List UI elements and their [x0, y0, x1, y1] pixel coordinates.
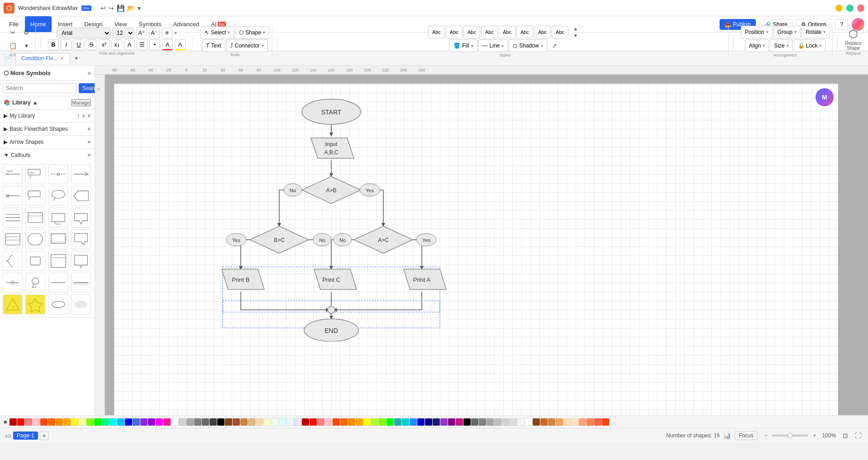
page-view-icon[interactable]: ▭	[5, 432, 11, 439]
my-library-close-btn[interactable]: ×	[87, 112, 91, 119]
color-swatch[interactable]	[571, 418, 578, 426]
shadow-btn[interactable]: ◻ Shadow ▾	[509, 39, 547, 52]
my-library-export-btn[interactable]: ↑	[77, 112, 80, 119]
align-more-btn[interactable]: ▾	[174, 30, 177, 36]
group-btn[interactable]: Group ▾	[773, 26, 801, 38]
styles-down-btn[interactable]: ▼	[569, 32, 582, 38]
basic-flowchart-header[interactable]: ▶ Basic Flowchart Shapes ×	[0, 123, 95, 135]
color-swatch[interactable]	[486, 418, 494, 426]
callout-item-18[interactable]	[25, 251, 45, 271]
select-btn[interactable]: ↖ Select ▾	[200, 26, 234, 39]
color-swatch[interactable]	[410, 418, 417, 426]
line-btn[interactable]: — Line ▾	[478, 39, 508, 52]
color-swatch[interactable]	[394, 418, 401, 426]
color-swatch[interactable]	[171, 418, 178, 426]
color-swatch[interactable]	[433, 418, 440, 426]
shapes-count-icon[interactable]: 📊	[723, 432, 731, 439]
callout-item-20[interactable]	[71, 251, 91, 271]
callout-item-19[interactable]	[48, 251, 68, 271]
copy-btn[interactable]: ⧉	[20, 26, 33, 39]
callout-item-5[interactable]	[3, 186, 23, 206]
bold-btn[interactable]: B	[48, 39, 59, 50]
color-swatch[interactable]	[40, 418, 48, 426]
callout-item-14[interactable]	[25, 229, 45, 249]
font-name-select[interactable]: Arial	[57, 28, 111, 38]
color-swatch[interactable]	[417, 418, 424, 426]
shape-btn[interactable]: ⬡ Shape ▾	[235, 26, 269, 39]
color-swatch[interactable]	[579, 418, 586, 426]
open-btn[interactable]: 📂	[127, 5, 135, 12]
underline-btn[interactable]: U	[73, 39, 84, 50]
font-shrink-btn[interactable]: A⁻	[149, 28, 160, 38]
maximize-btn[interactable]	[846, 5, 854, 12]
color-swatch[interactable]	[310, 418, 317, 426]
cut-btn[interactable]: ✂	[6, 26, 19, 39]
list-btn[interactable]: ☰	[137, 39, 148, 50]
size-btn[interactable]: Size ▾	[770, 39, 792, 52]
color-swatch[interactable]	[379, 418, 386, 426]
style-abc5[interactable]: Abc	[499, 26, 515, 38]
sidebar-collapse-btn[interactable]: «	[87, 69, 91, 76]
color-swatch[interactable]	[386, 418, 394, 426]
text-style-btn[interactable]: A	[124, 39, 135, 50]
color-swatch[interactable]	[402, 418, 409, 426]
color-swatch[interactable]	[125, 418, 132, 426]
color-swatch[interactable]	[463, 418, 471, 426]
color-swatch[interactable]	[325, 418, 332, 426]
color-swatch[interactable]	[602, 418, 609, 426]
zoom-in-btn[interactable]: +	[810, 431, 819, 440]
subscript-btn[interactable]: x₂	[111, 39, 122, 50]
close-btn[interactable]	[857, 5, 864, 12]
search-button[interactable]: Search	[79, 83, 95, 93]
callouts-header[interactable]: ▼ Callouts ×	[0, 149, 95, 161]
callout-item-1[interactable]: label	[3, 164, 23, 184]
callout-item-7[interactable]	[48, 186, 68, 206]
style-abc7[interactable]: Abc	[534, 26, 551, 38]
italic-btn[interactable]: I	[61, 39, 72, 50]
fit-btn[interactable]: ⊡	[841, 431, 850, 440]
save-btn[interactable]: 💾	[117, 5, 124, 12]
fill-btn[interactable]: 🪣 Fill ▾	[449, 39, 477, 52]
color-swatch[interactable]	[71, 418, 78, 426]
add-page-btn[interactable]: +	[40, 431, 49, 440]
callout-item-10[interactable]	[25, 208, 45, 228]
color-swatch[interactable]	[540, 418, 548, 426]
bullet-btn[interactable]: •	[149, 39, 160, 50]
callout-item-16[interactable]	[71, 229, 91, 249]
color-swatch[interactable]	[448, 418, 455, 426]
color-swatch[interactable]	[256, 418, 263, 426]
callout-item-22[interactable]	[25, 273, 45, 293]
style-abc6[interactable]: Abc	[516, 26, 533, 38]
rotate-btn[interactable]: Rotate ▾	[801, 26, 830, 38]
color-swatch[interactable]	[356, 418, 363, 426]
canvas-container[interactable]: 0	[95, 75, 868, 415]
my-library-add-btn[interactable]: +	[82, 112, 86, 119]
text-btn[interactable]: T Text	[202, 39, 225, 52]
color-swatch[interactable]	[502, 418, 509, 426]
callout-item-12[interactable]	[71, 208, 91, 228]
color-swatch[interactable]	[86, 418, 94, 426]
my-library-header[interactable]: ▶ My Library ↑ + ×	[0, 109, 95, 122]
strikethrough-btn[interactable]: S	[86, 39, 97, 50]
callout-item-23[interactable]	[48, 273, 68, 293]
search-input[interactable]	[3, 83, 77, 93]
color-swatch[interactable]	[479, 418, 486, 426]
style-abc8[interactable]: Abc	[552, 26, 568, 38]
position-btn[interactable]: Position ▾	[741, 26, 773, 38]
style-abc1[interactable]: Abc	[428, 26, 445, 38]
fullscreen-btn[interactable]: ⛶	[854, 431, 863, 440]
color-swatch[interactable]	[48, 418, 55, 426]
color-swatch[interactable]	[102, 418, 109, 426]
styles-up-btn[interactable]: ▲	[569, 25, 582, 32]
styles-expand-btn[interactable]: ↗	[548, 39, 561, 52]
color-swatch[interactable]	[556, 418, 563, 426]
style-abc3[interactable]: Abc	[463, 26, 480, 38]
color-swatch[interactable]	[594, 418, 601, 426]
highlight-btn[interactable]: A	[175, 39, 186, 50]
color-swatch[interactable]	[217, 418, 224, 426]
callout-item-2[interactable]: Abc	[25, 164, 45, 184]
color-swatch[interactable]	[163, 418, 171, 426]
minimize-btn[interactable]	[835, 5, 843, 12]
color-swatch[interactable]	[271, 418, 278, 426]
redo-btn[interactable]: ↪	[109, 5, 114, 12]
